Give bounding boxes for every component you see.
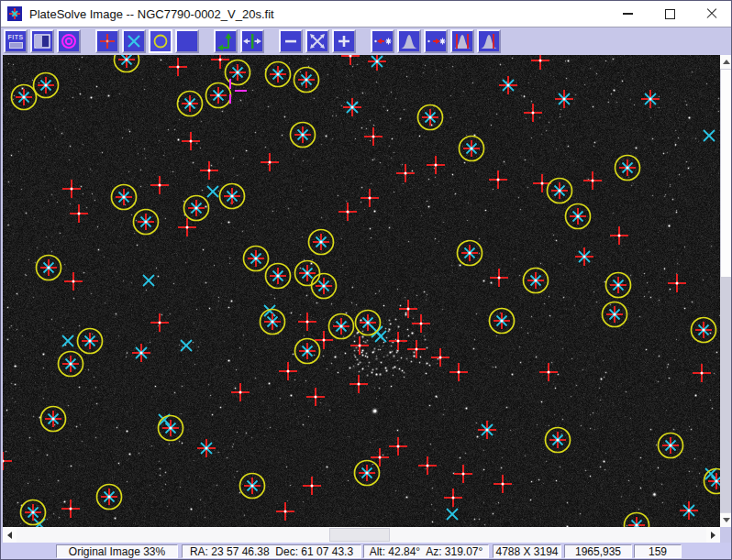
fits-rect-icon: [9, 42, 23, 49]
status-ra-dec: RA: 23 57 46.38 Dec: 61 07 43.3: [182, 544, 361, 558]
flip-button[interactable]: [214, 29, 238, 53]
zoom-in-button[interactable]: [332, 29, 356, 53]
down-arrow-icon: [723, 518, 730, 522]
yellow-circle-icon: [150, 31, 171, 51]
mirror-button[interactable]: [240, 29, 264, 53]
shift-star-left-icon: [372, 31, 393, 51]
rings-icon: [59, 31, 79, 51]
stretch-button[interactable]: [397, 29, 421, 53]
horizontal-arrows-icon: [242, 31, 262, 51]
clip-levels-button[interactable]: [450, 29, 474, 53]
fits-button[interactable]: FITS: [4, 29, 28, 53]
plus-icon: [334, 31, 354, 51]
more-stars-button[interactable]: [424, 29, 448, 53]
shift-star-right-icon: [426, 31, 446, 51]
scroll-down-button[interactable]: [720, 512, 732, 527]
fewer-stars-button[interactable]: [371, 29, 394, 53]
contrast-button[interactable]: [30, 29, 54, 53]
status-pixel-value: 159: [634, 544, 682, 558]
clip-high-button[interactable]: [477, 29, 501, 53]
vertical-scroll-thumb[interactable]: [720, 69, 732, 278]
histogram-clip-right-icon: [479, 31, 499, 51]
minimize-icon: [623, 13, 633, 15]
left-arrow-icon: [7, 532, 12, 539]
window-title: PlateSolve Image -- NGC7790-0002_V_20s.f…: [29, 7, 274, 21]
show-detected-stars-button[interactable]: [122, 29, 146, 53]
zoom-out-button[interactable]: [279, 29, 303, 53]
scroll-right-button[interactable]: [706, 527, 720, 543]
maximize-button[interactable]: [649, 1, 691, 27]
minus-icon: [281, 31, 301, 51]
minimize-button[interactable]: [606, 1, 649, 27]
maximize-icon: [665, 9, 675, 19]
flip-arrow-icon: [216, 31, 236, 51]
scroll-left-button[interactable]: [3, 527, 17, 543]
red-cross-icon: [97, 31, 117, 51]
title-bar[interactable]: PlateSolve Image -- NGC7790-0002_V_20s.f…: [1, 1, 732, 27]
platesolve-window: PlateSolve Image -- NGC7790-0002_V_20s.f…: [0, 0, 732, 560]
show-matched-stars-button[interactable]: [149, 29, 172, 53]
cyan-x-icon: [124, 31, 144, 51]
horizontal-scroll-thumb[interactable]: [329, 528, 390, 542]
expand-icon: [307, 31, 327, 51]
blank-button[interactable]: [175, 29, 199, 53]
horizontal-scrollbar[interactable]: [3, 527, 720, 543]
show-catalog-stars-button[interactable]: [95, 29, 119, 53]
up-arrow-icon: [723, 60, 730, 64]
status-cursor-pos: 1965,935: [564, 544, 632, 558]
status-image-size: 4788 X 3194: [493, 544, 561, 558]
close-button[interactable]: [691, 1, 732, 27]
starfield-image[interactable]: [3, 55, 720, 527]
app-icon: [7, 6, 22, 21]
status-zoom: Original Image 33%: [56, 544, 178, 558]
vertical-scrollbar[interactable]: [720, 55, 732, 527]
scrollbar-corner: [720, 527, 732, 543]
fits-label: FITS: [7, 34, 23, 41]
histogram-clip-both-icon: [452, 31, 472, 51]
scroll-up-button[interactable]: [720, 55, 732, 70]
fit-window-button[interactable]: [305, 29, 329, 53]
histogram-icon: [399, 31, 419, 51]
status-alt-az: Alt: 42.84° Az: 319.07°: [363, 544, 489, 558]
close-icon: [706, 8, 717, 19]
right-arrow-icon: [711, 532, 715, 539]
toolbar: FITS: [1, 27, 732, 55]
rings-button[interactable]: [57, 29, 81, 53]
status-bar: Original Image 33% RA: 23 57 46.38 Dec: …: [1, 543, 732, 560]
image-viewport[interactable]: [3, 55, 720, 527]
contrast-icon: [32, 31, 52, 51]
